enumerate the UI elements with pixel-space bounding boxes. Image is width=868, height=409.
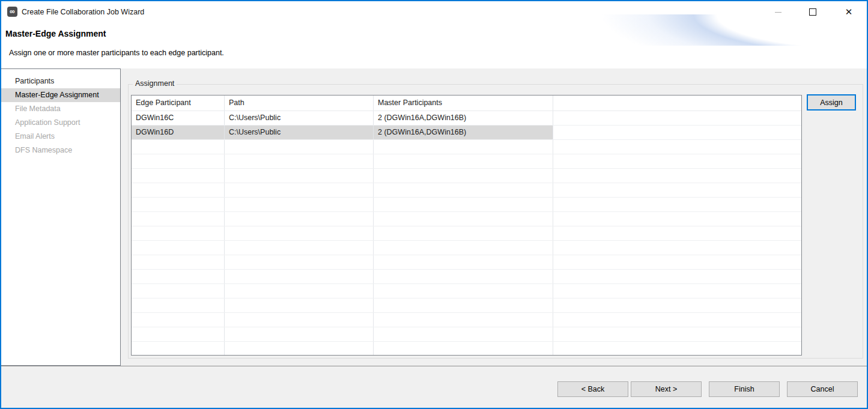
table-row-empty[interactable]	[132, 342, 801, 356]
table-cell	[374, 226, 553, 240]
table-cell	[225, 169, 374, 183]
table-row-empty[interactable]	[132, 313, 801, 327]
table-row-empty[interactable]	[132, 255, 801, 270]
sidebar-item-dfs-namespace: DFS Namespace	[1, 144, 120, 157]
title-bar: ∞ Create File Collaboration Job Wizard ✕	[1, 1, 867, 23]
sidebar-item-master-edge-assignment[interactable]: Master-Edge Assignment	[1, 88, 120, 102]
finish-button[interactable]: Finish	[709, 381, 780, 397]
next-button[interactable]: Next >	[631, 381, 702, 397]
table-cell	[553, 327, 801, 341]
sidebar-nav: ParticipantsMaster-Edge AssignmentFile M…	[1, 68, 121, 366]
back-button[interactable]: < Back	[557, 381, 628, 397]
sidebar-item-email-alerts: Email Alerts	[1, 130, 120, 144]
table-cell: DGWin16D	[132, 126, 225, 139]
table-row-empty[interactable]	[132, 226, 801, 241]
table-cell	[553, 255, 801, 269]
table-row-empty[interactable]	[132, 241, 801, 255]
app-logo-icon: ∞	[7, 7, 17, 17]
minimize-icon	[775, 12, 782, 13]
table-row-empty[interactable]	[132, 212, 801, 226]
table-cell	[132, 313, 225, 327]
table-cell	[374, 284, 553, 298]
table-cell	[225, 154, 374, 168]
column-header-path[interactable]: Path	[225, 95, 374, 111]
table-cell	[225, 327, 374, 341]
table-cell	[374, 327, 553, 341]
groupbox-label: Assignment	[133, 79, 177, 88]
table-row-empty[interactable]	[132, 183, 801, 198]
table-cell: DGWin16C	[132, 111, 225, 125]
assignment-groupbox: Assignment Edge ParticipantPathMaster Pa…	[128, 84, 863, 359]
table-cell: C:\Users\Public	[225, 126, 374, 139]
table-row-empty[interactable]	[132, 298, 801, 313]
table-cell	[553, 298, 801, 312]
table-cell	[132, 255, 225, 269]
table-cell	[374, 270, 553, 283]
column-header-master-participants[interactable]: Master Participants	[374, 95, 553, 111]
column-header-edge-participant[interactable]: Edge Participant	[132, 95, 225, 111]
table-cell	[553, 140, 801, 154]
column-header-filler	[553, 95, 801, 111]
table-cell	[225, 313, 374, 327]
table-cell	[132, 270, 225, 283]
table-cell	[225, 140, 374, 154]
table-cell	[374, 183, 553, 197]
table-row-empty[interactable]	[132, 284, 801, 298]
table-row-empty[interactable]	[132, 140, 801, 154]
table-cell	[225, 241, 374, 255]
table-cell	[132, 198, 225, 211]
table-cell	[374, 169, 553, 183]
table-row-empty[interactable]	[132, 169, 801, 183]
table-cell	[374, 313, 553, 327]
table-cell	[553, 313, 801, 327]
table-cell	[132, 183, 225, 197]
table-cell	[132, 154, 225, 168]
table-row-empty[interactable]	[132, 270, 801, 284]
table-row-empty[interactable]	[132, 154, 801, 169]
table-cell	[132, 212, 225, 226]
table-cell	[132, 169, 225, 183]
table-cell	[374, 140, 553, 154]
assignment-table[interactable]: Edge ParticipantPathMaster Participants …	[131, 95, 802, 356]
table-cell	[225, 255, 374, 269]
table-cell	[374, 255, 553, 269]
table-row-dgwin16d[interactable]: DGWin16DC:\Users\Public2 (DGWin16A,DGWin…	[132, 126, 801, 140]
assign-button[interactable]: Assign	[807, 94, 856, 111]
table-cell	[225, 284, 374, 298]
table-cell	[374, 154, 553, 168]
table-cell	[553, 198, 801, 211]
cancel-button[interactable]: Cancel	[787, 381, 858, 397]
table-cell	[132, 342, 225, 356]
table-row-empty[interactable]	[132, 198, 801, 212]
table-cell	[132, 226, 225, 240]
table-cell	[374, 212, 553, 226]
assignment-table-header: Edge ParticipantPathMaster Participants	[132, 95, 801, 111]
footer-bar: < Back Next > Finish Cancel	[1, 366, 867, 408]
table-cell	[132, 241, 225, 255]
table-cell	[553, 126, 801, 139]
page-description: Assign one or more master participants t…	[9, 49, 224, 57]
table-cell	[553, 241, 801, 255]
table-cell	[374, 298, 553, 312]
table-cell	[553, 226, 801, 240]
table-cell	[374, 198, 553, 211]
table-cell	[225, 342, 374, 356]
maximize-icon	[809, 8, 816, 16]
table-cell	[553, 111, 801, 125]
table-cell	[553, 183, 801, 197]
table-row-dgwin16c[interactable]: DGWin16CC:\Users\Public2 (DGWin16A,DGWin…	[132, 111, 801, 126]
sidebar-item-participants[interactable]: Participants	[1, 74, 120, 88]
table-row-empty[interactable]	[132, 327, 801, 342]
maximize-button[interactable]	[803, 3, 823, 21]
table-cell	[225, 226, 374, 240]
close-button[interactable]: ✕	[839, 3, 859, 21]
content-area: ParticipantsMaster-Edge AssignmentFile M…	[1, 68, 867, 366]
table-cell	[132, 298, 225, 312]
window-title: Create File Collaboration Job Wizard	[22, 1, 144, 23]
table-cell	[225, 298, 374, 312]
table-cell	[553, 212, 801, 226]
table-cell	[553, 270, 801, 283]
table-cell: 2 (DGWin16A,DGWin16B)	[374, 126, 553, 139]
table-cell	[553, 169, 801, 183]
table-cell	[225, 183, 374, 197]
